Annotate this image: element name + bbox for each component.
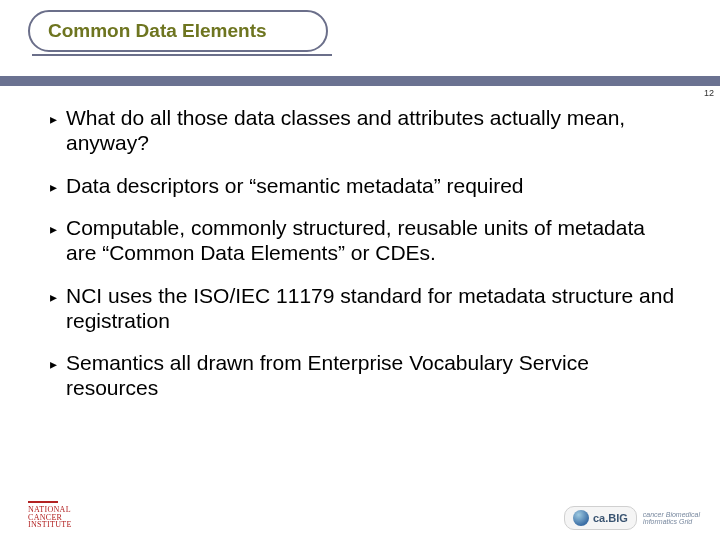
header-bar bbox=[0, 76, 720, 86]
bullet-text: Computable, commonly structured, reusabl… bbox=[66, 216, 680, 266]
footer-right-badge: ca.BIG cancer Biomedical Informatics Gri… bbox=[564, 506, 700, 530]
bullet-arrow-icon: ▸ bbox=[50, 180, 64, 194]
page-number: 12 bbox=[704, 88, 714, 98]
title-pill: Common Data Elements bbox=[28, 10, 328, 52]
list-item: ▸ Semantics all drawn from Enterprise Vo… bbox=[50, 351, 680, 401]
footer-left-logo: NATIONAL CANCER INSTITUTE bbox=[28, 499, 72, 528]
title-container: Common Data Elements bbox=[28, 10, 328, 52]
bullet-arrow-icon: ▸ bbox=[50, 222, 64, 236]
bullet-text: What do all those data classes and attri… bbox=[66, 106, 680, 156]
cabig-badge: ca.BIG bbox=[564, 506, 637, 530]
cabig-sub-line: Informatics Grid bbox=[643, 518, 700, 525]
bullet-list: ▸ What do all those data classes and att… bbox=[50, 106, 680, 419]
nci-logo-line: INSTITUTE bbox=[28, 520, 72, 529]
bullet-text: NCI uses the ISO/IEC 11179 standard for … bbox=[66, 284, 680, 334]
cabig-label: ca.BIG bbox=[593, 512, 628, 524]
slide: Common Data Elements 12 ▸ What do all th… bbox=[0, 0, 720, 540]
cabig-subtext: cancer Biomedical Informatics Grid bbox=[643, 511, 700, 525]
globe-icon bbox=[573, 510, 589, 526]
nci-logo: NATIONAL CANCER INSTITUTE bbox=[28, 499, 72, 528]
bullet-arrow-icon: ▸ bbox=[50, 290, 64, 304]
list-item: ▸ Data descriptors or “semantic metadata… bbox=[50, 174, 680, 199]
bullet-text: Semantics all drawn from Enterprise Voca… bbox=[66, 351, 680, 401]
list-item: ▸ NCI uses the ISO/IEC 11179 standard fo… bbox=[50, 284, 680, 334]
slide-title: Common Data Elements bbox=[48, 20, 267, 41]
bullet-text: Data descriptors or “semantic metadata” … bbox=[66, 174, 680, 199]
list-item: ▸ What do all those data classes and att… bbox=[50, 106, 680, 156]
list-item: ▸ Computable, commonly structured, reusa… bbox=[50, 216, 680, 266]
bullet-arrow-icon: ▸ bbox=[50, 357, 64, 371]
bullet-arrow-icon: ▸ bbox=[50, 112, 64, 126]
title-underline bbox=[32, 54, 332, 56]
cabig-sub-line: cancer Biomedical bbox=[643, 511, 700, 518]
